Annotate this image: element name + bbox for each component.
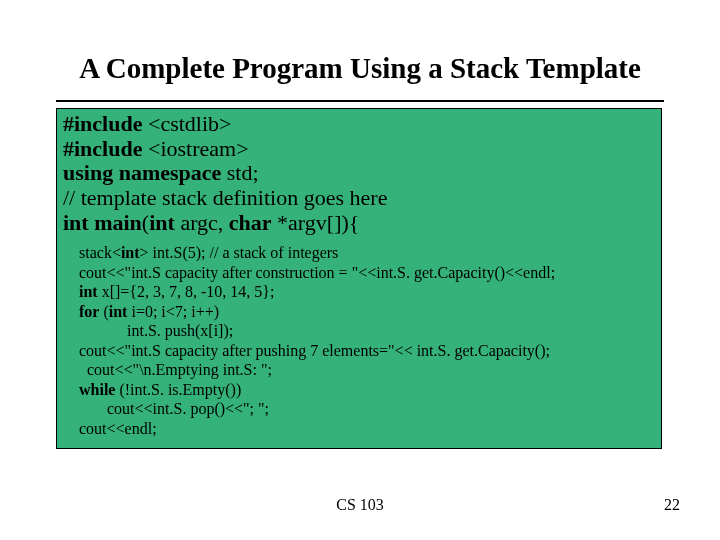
body-line-10: cout<<endl; — [79, 419, 655, 439]
code-body: stack<int> int.S(5); // a stack of integ… — [57, 235, 661, 438]
stack-open: stack< — [79, 244, 121, 261]
code-line-3: using namespace std; — [57, 161, 661, 186]
kw-int-i: int — [109, 303, 128, 320]
kw-for: for — [79, 303, 99, 320]
page-number: 22 — [664, 496, 680, 514]
body-line-9: cout<<int.S. pop()<<"; "; — [79, 399, 655, 419]
code-line-5: int main(int argc, char *argv[]){ — [57, 211, 661, 236]
while-cond: (!int.S. is.Empty()) — [119, 381, 241, 398]
slide-title: A Complete Program Using a Stack Templat… — [0, 52, 720, 85]
footer-course: CS 103 — [0, 496, 720, 514]
body-line-3: int x[]={2, 3, 7, 8, -10, 14, 5}; — [79, 282, 655, 302]
body-line-5: int.S. push(x[i]); — [79, 321, 655, 341]
code-line-4: // template stack definition goes here — [57, 186, 661, 211]
body-line-6: cout<<"int.S capacity after pushing 7 el… — [79, 341, 655, 361]
kw-include-1: #include — [63, 111, 142, 136]
body-line-8: while (!int.S. is.Empty()) — [79, 380, 655, 400]
code-box: #include <cstdlib> #include <iostream> u… — [56, 108, 662, 449]
body-line-1: stack<int> int.S(5); // a stack of integ… — [79, 243, 655, 263]
kw-char: char — [229, 210, 272, 235]
code-line-2: #include <iostream> — [57, 137, 661, 162]
body-line-4: for (int i=0; i<7; i++) — [79, 302, 655, 322]
kw-include-2: #include — [63, 136, 142, 161]
title-underline — [56, 100, 664, 102]
argc: argc, — [180, 210, 223, 235]
for-cond: i=0; i<7; i++) — [131, 303, 219, 320]
kw-int-argc: int — [149, 210, 175, 235]
kw-using-namespace: using namespace — [63, 160, 221, 185]
body-line-7: cout<<"\n.Emptying int.S: "; — [79, 360, 655, 380]
ns-std: std; — [227, 160, 259, 185]
argv: *argv[]){ — [277, 210, 359, 235]
kw-int-tpl: int — [121, 244, 140, 261]
inc-cstdlib: <cstdlib> — [148, 111, 231, 136]
inc-iostream: <iostream> — [148, 136, 249, 161]
arr-init: x[]={2, 3, 7, 8, -10, 14, 5}; — [102, 283, 275, 300]
kw-int-main: int main — [63, 210, 142, 235]
kw-int-arr: int — [79, 283, 98, 300]
stack-rest: > int.S(5); // a stack of integers — [140, 244, 339, 261]
code-line-1: #include <cstdlib> — [57, 112, 661, 137]
kw-while: while — [79, 381, 115, 398]
slide: A Complete Program Using a Stack Templat… — [0, 0, 720, 540]
body-line-2: cout<<"int.S capacity after construction… — [79, 263, 655, 283]
